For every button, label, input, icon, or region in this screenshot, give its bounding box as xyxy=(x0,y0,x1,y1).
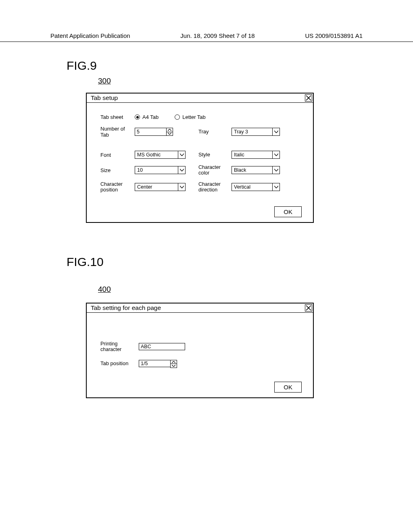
size-label: Size xyxy=(100,167,135,173)
number-of-tab-value[interactable]: 5 xyxy=(135,128,166,136)
chevron-down-icon xyxy=(178,151,185,158)
close-icon[interactable] xyxy=(305,304,312,312)
chevron-down-icon xyxy=(272,151,280,158)
char-direction-value: Vertical xyxy=(232,183,272,191)
tray-label: Tray xyxy=(191,129,232,135)
figure-10-label: FIG.10 xyxy=(67,255,413,269)
char-position-label: Characterposition xyxy=(100,181,135,193)
font-select[interactable]: MS Gothic xyxy=(135,151,186,159)
char-color-value: Black xyxy=(232,166,272,174)
chevron-down-icon[interactable] xyxy=(167,132,173,136)
figure-9-label: FIG.9 xyxy=(67,59,413,73)
letter-tab-radio[interactable]: Letter Tab xyxy=(175,114,206,120)
chevron-down-icon xyxy=(272,166,280,174)
char-direction-label: Characterdirection xyxy=(191,181,232,193)
tab-position-label: Tab position xyxy=(100,361,139,367)
ok-button[interactable]: OK xyxy=(274,206,302,217)
header-center: Jun. 18, 2009 Sheet 7 of 18 xyxy=(180,32,254,39)
tab-position-spinner[interactable]: 1/5 xyxy=(139,360,177,368)
figure-9-reference-number: 300 xyxy=(98,77,413,85)
chevron-down-icon xyxy=(178,166,185,174)
dialog-title: Tab setup xyxy=(91,94,118,102)
dialog-title: Tab setting for each page xyxy=(91,304,161,312)
size-value: 10 xyxy=(135,166,178,174)
a4-tab-radio-label: A4 Tab xyxy=(142,114,159,120)
size-select[interactable]: 10 xyxy=(135,166,186,174)
tab-sheet-label: Tab sheet xyxy=(100,114,135,120)
letter-tab-radio-label: Letter Tab xyxy=(182,114,206,120)
char-direction-select[interactable]: Vertical xyxy=(232,183,280,191)
number-of-tab-spinner[interactable]: 5 xyxy=(135,128,173,136)
chevron-up-icon[interactable] xyxy=(171,360,177,364)
dialog-titlebar: Tab setup xyxy=(87,94,313,103)
chevron-up-icon[interactable] xyxy=(167,128,173,132)
chevron-down-icon xyxy=(272,183,280,191)
chevron-down-icon xyxy=(178,183,185,191)
figure-10-reference-number: 400 xyxy=(98,285,413,294)
chevron-down-icon[interactable] xyxy=(171,364,177,368)
tab-setup-dialog: Tab setup Tab sheet A4 Tab Letter Tab Nu… xyxy=(86,93,314,223)
chevron-down-icon xyxy=(272,128,280,135)
char-position-select[interactable]: Center xyxy=(135,183,186,191)
style-label: Style xyxy=(191,152,232,158)
spinner-buttons[interactable] xyxy=(170,360,177,368)
header-left: Patent Application Publication xyxy=(50,32,130,39)
tab-setting-per-page-dialog: Tab setting for each page Printingcharac… xyxy=(86,303,314,398)
ok-button[interactable]: OK xyxy=(274,382,302,393)
tray-value: Tray 3 xyxy=(232,128,272,135)
printing-character-input[interactable]: ABC xyxy=(139,343,185,350)
style-value: Italic xyxy=(232,151,272,158)
tray-select[interactable]: Tray 3 xyxy=(232,128,280,136)
a4-tab-radio[interactable]: A4 Tab xyxy=(135,114,159,120)
char-color-select[interactable]: Black xyxy=(232,166,280,174)
font-label: Font xyxy=(100,152,135,158)
dialog-titlebar: Tab setting for each page xyxy=(87,303,313,313)
printing-character-label: Printingcharacter xyxy=(100,341,139,353)
tab-position-value[interactable]: 1/5 xyxy=(139,360,170,367)
char-color-label: Charactercolor xyxy=(191,164,232,176)
close-icon[interactable] xyxy=(305,94,312,102)
patent-page-header: Patent Application Publication Jun. 18, … xyxy=(0,0,413,42)
radio-unchecked-icon xyxy=(175,114,180,120)
radio-checked-icon xyxy=(135,114,140,120)
char-position-value: Center xyxy=(135,183,178,191)
font-value: MS Gothic xyxy=(135,151,178,158)
spinner-buttons[interactable] xyxy=(166,128,173,136)
number-of-tab-label: Number of Tab xyxy=(100,126,135,138)
header-right: US 2009/0153891 A1 xyxy=(305,32,363,39)
style-select[interactable]: Italic xyxy=(232,151,280,159)
